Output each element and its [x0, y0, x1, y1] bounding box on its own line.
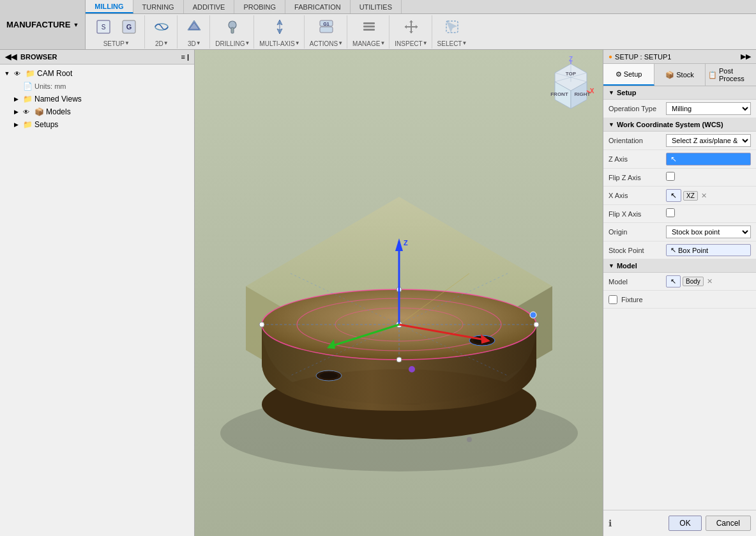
tab-fabrication[interactable]: FABRICATION — [285, 0, 351, 13]
stock-point-btn[interactable]: ↖ Box Point — [666, 244, 751, 256]
svg-text:G1: G1 — [323, 22, 329, 26]
wcs-section-collapse-icon: ▼ — [609, 121, 614, 128]
navigation-cube[interactable]: Z X TOP FRONT RIGHT — [545, 56, 596, 107]
inspect-icon — [402, 18, 420, 36]
ok-button[interactable]: OK — [669, 516, 701, 531]
z-axis-select-btn[interactable]: ↖ — [666, 153, 751, 165]
icon-row: S G SETUP ▼ — [86, 14, 756, 49]
tab-turning[interactable]: TURNING — [133, 0, 184, 13]
svg-point-55 — [530, 312, 536, 318]
svg-marker-20 — [416, 25, 418, 29]
svg-marker-24 — [409, 31, 413, 33]
svg-rect-15 — [320, 27, 333, 33]
x-axis-value-container: ↖ XZ ✕ — [666, 189, 751, 202]
section-wcs-header[interactable]: ▼ Work Coordinate System (WCS) — [603, 118, 756, 132]
orientation-row: Orientation Select Z axis/plane &... — [603, 132, 756, 150]
inspect-btn[interactable] — [400, 17, 423, 37]
toolbar-group-setup: S G SETUP ▼ — [88, 15, 145, 49]
tree-item-models[interactable]: ▶ 👁 📦 Models — [0, 105, 194, 118]
model-clear-btn[interactable]: ✕ — [706, 277, 714, 286]
tree-item-setups[interactable]: ▶ 📁 Setups — [0, 118, 194, 131]
svg-point-48 — [259, 322, 264, 327]
svg-point-54 — [409, 366, 415, 372]
fixture-label: Fixture — [621, 296, 643, 303]
setup-tab-label: Setup — [624, 70, 642, 78]
flip-x-row: Flip X Axis — [603, 205, 756, 223]
model-section-label: Model — [617, 262, 637, 270]
models-visibility[interactable]: 👁 — [22, 107, 31, 116]
3d-btn[interactable] — [183, 17, 206, 37]
svg-text:TOP: TOP — [566, 71, 577, 77]
x-axis-tag: XZ — [683, 191, 698, 201]
x-axis-select-btn[interactable]: ↖ — [666, 189, 681, 202]
panel-expand-btn[interactable]: ▶▶ — [741, 52, 751, 61]
drilling-btn[interactable] — [221, 17, 244, 37]
svg-point-52 — [467, 437, 472, 442]
tree-item-units[interactable]: ▶ 📄 Units: mm — [0, 80, 194, 93]
info-icon[interactable]: ℹ — [609, 518, 612, 528]
z-axis-label: Z Axis — [609, 155, 666, 163]
tab-additive[interactable]: ADDITIVE — [184, 0, 235, 13]
select-group-label: SELECT — [437, 40, 462, 47]
panel-tab-setup[interactable]: ⚙ Setup — [603, 64, 654, 86]
cam-root-icon: 📁 — [25, 68, 35, 79]
toolbar-group-drilling: DRILLING ▼ — [211, 15, 254, 49]
browser-tree: ▼ 👁 📁 CAM Root ▶ 📄 Units: mm ▶ 📁 Named V… — [0, 65, 194, 536]
tab-utilities[interactable]: UTILITIES — [351, 0, 402, 13]
flip-x-checkbox[interactable] — [666, 208, 675, 217]
setup-g-btn[interactable]: G — [117, 17, 140, 37]
actions-group-label: ACTIONS — [310, 40, 338, 47]
section-model-header[interactable]: ▼ Model — [603, 259, 756, 273]
flip-z-checkbox[interactable] — [666, 172, 675, 181]
panel-tab-stock[interactable]: 📦 Stock — [654, 64, 706, 86]
x-axis-cursor-icon: ↖ — [670, 191, 677, 200]
origin-select[interactable]: Stock box point Model origin Selected po… — [666, 226, 751, 238]
origin-label: Origin — [609, 228, 666, 236]
toolbar-group-inspect: INSPECT ▼ — [391, 15, 432, 49]
svg-marker-21 — [405, 25, 407, 29]
manage-btn[interactable] — [358, 17, 381, 37]
svg-text:X: X — [590, 88, 594, 95]
viewport-svg: Z — [195, 50, 603, 536]
panel-tab-postprocess[interactable]: 📋 Post Process — [706, 64, 756, 86]
x-axis-clear-btn[interactable]: ✕ — [700, 192, 708, 200]
tab-probing[interactable]: PROBING — [234, 0, 285, 13]
models-expand[interactable]: ▶ — [11, 107, 20, 116]
section-setup-header[interactable]: ▼ Setup — [603, 86, 756, 100]
orientation-select[interactable]: Select Z axis/plane &... — [666, 134, 751, 147]
toolbar-group-actions: G1 G2 ACTIONS ▼ — [306, 15, 347, 49]
cam-root-visibility[interactable]: 👁 — [13, 69, 22, 78]
browser-options-btn[interactable]: ≡ | — [181, 53, 189, 61]
setups-label: Setups — [34, 120, 58, 129]
3d-viewport[interactable]: Z Z X TOP — [195, 50, 603, 536]
cam-root-expand[interactable]: ▼ — [3, 69, 11, 78]
named-views-label: Named Views — [34, 95, 82, 103]
actions-btn[interactable]: G1 G2 — [315, 17, 338, 37]
model-select-btn[interactable]: ↖ — [666, 275, 681, 287]
setup-btn[interactable]: S — [92, 17, 115, 37]
cancel-button[interactable]: Cancel — [706, 516, 751, 531]
postprocess-tab-label: Post Process — [719, 67, 753, 82]
tree-item-cam-root[interactable]: ▼ 👁 📁 CAM Root — [0, 67, 194, 80]
x-axis-label: X Axis — [609, 192, 666, 199]
origin-row: Origin Stock box point Model origin Sele… — [603, 223, 756, 241]
select-btn[interactable] — [441, 17, 464, 37]
tree-item-named-views[interactable]: ▶ 📁 Named Views — [0, 93, 194, 105]
stock-point-cursor-icon: ↖ — [670, 246, 676, 254]
fixture-checkbox[interactable] — [609, 295, 617, 304]
2d-icon — [153, 18, 170, 36]
browser-collapse-btn[interactable]: ◀◀ — [5, 52, 17, 61]
svg-text:FRONT: FRONT — [550, 91, 568, 97]
tab-milling[interactable]: MILLING — [86, 0, 133, 13]
flip-z-row: Flip Z Axis — [603, 169, 756, 187]
setups-expand[interactable]: ▶ — [11, 120, 20, 129]
setup-icon: S — [94, 18, 112, 36]
stock-tab-icon: 📦 — [665, 71, 674, 79]
2d-btn[interactable] — [150, 17, 173, 37]
stock-point-value: Box Point — [678, 247, 708, 254]
named-views-expand[interactable]: ▶ — [11, 95, 20, 103]
toolbar: MANUFACTURE MILLING TURNING ADDITIVE PRO… — [0, 0, 756, 50]
operation-type-select[interactable]: Milling Turning Mill/Turn — [666, 102, 751, 115]
multiaxis-btn[interactable] — [268, 17, 291, 37]
manufacture-menu[interactable]: MANUFACTURE — [0, 0, 86, 49]
